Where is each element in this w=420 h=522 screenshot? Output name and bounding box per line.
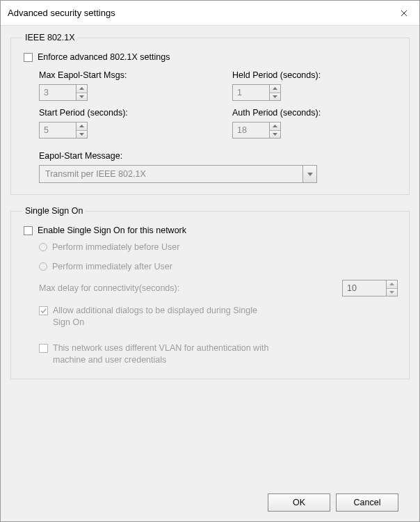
sso-legend: Single Sign On (22, 206, 86, 216)
auth-period-spinner[interactable]: 18 (232, 122, 281, 139)
chevron-up-icon (79, 87, 84, 90)
content-area: IEEE 802.1X Enforce advanced 802.1X sett… (1, 26, 419, 521)
ieee-groupbox: IEEE 802.1X Enforce advanced 802.1X sett… (10, 33, 410, 195)
chevron-up-icon (79, 125, 84, 127)
check-icon (40, 308, 47, 314)
held-period-spin-buttons[interactable] (269, 84, 281, 101)
sso-after-label: Perform immediately after User (52, 262, 172, 271)
ieee-field-grid: Max Eapol-Start Msgs: 3 Held Period (sec… (39, 70, 398, 139)
combo-dropdown-button[interactable] (302, 166, 316, 182)
spin-up-button[interactable] (270, 85, 280, 93)
chevron-down-icon (273, 95, 277, 98)
enable-sso-row[interactable]: Enable Single Sign On for this network (24, 226, 398, 235)
enforce-advanced-checkbox[interactable] (24, 53, 33, 62)
held-period-label: Held Period (seconds): (232, 70, 398, 80)
chevron-down-icon (389, 291, 394, 294)
auth-period-field: Auth Period (seconds): 18 (232, 108, 398, 139)
eapol-msg-label: Eapol-Start Message: (39, 151, 398, 161)
enforce-advanced-row[interactable]: Enforce advanced 802.1X settings (24, 52, 398, 62)
chevron-up-icon (273, 125, 277, 127)
sso-maxdelay-label: Max delay for connectivity(seconds): (39, 283, 179, 293)
max-eapol-input[interactable]: 3 (39, 84, 76, 101)
ok-button[interactable]: OK (268, 493, 330, 512)
allow-dialogs-checkbox (39, 306, 48, 315)
allow-dialogs-label: Allow additional dialogs to be displayed… (53, 305, 275, 329)
spin-up-button[interactable] (76, 122, 87, 131)
spin-down-button (387, 289, 397, 296)
close-icon (401, 10, 407, 17)
diff-vlan-label: This network uses different VLAN for aut… (53, 342, 275, 366)
spin-down-button[interactable] (76, 131, 87, 139)
eapol-msg-value: Transmit per IEEE 802.1X (40, 169, 302, 179)
button-row: OK Cancel (10, 484, 410, 512)
spin-up-button[interactable] (270, 122, 280, 131)
held-period-spinner[interactable]: 1 (232, 84, 281, 101)
sso-body: Perform immediately before User Perform … (39, 241, 398, 367)
max-eapol-label: Max Eapol-Start Msgs: (39, 70, 204, 80)
held-period-input[interactable]: 1 (232, 84, 269, 101)
eapol-msg-combo[interactable]: Transmit per IEEE 802.1X (39, 165, 317, 183)
start-period-field: Start Period (seconds): 5 (39, 108, 204, 139)
max-eapol-spinner[interactable]: 3 (39, 84, 88, 101)
start-period-input[interactable]: 5 (39, 122, 76, 139)
enable-sso-label: Enable Single Sign On for this network (38, 226, 186, 235)
eapol-msg-section: Eapol-Start Message: (39, 151, 398, 161)
window-title: Advanced security settings (8, 8, 115, 18)
sso-after-radio (39, 262, 47, 271)
max-eapol-spin-buttons[interactable] (76, 84, 88, 101)
sso-maxdelay-spin-buttons (386, 280, 398, 296)
sso-before-radio (39, 243, 47, 251)
start-period-spin-buttons[interactable] (76, 122, 88, 139)
sso-groupbox: Single Sign On Enable Single Sign On for… (10, 206, 410, 379)
sso-maxdelay-input: 10 (342, 280, 386, 296)
enable-sso-checkbox[interactable] (24, 226, 33, 235)
chevron-down-icon (307, 173, 313, 176)
dialog-window: Advanced security settings IEEE 802.1X E… (0, 0, 420, 522)
sso-before-label: Perform immediately before User (52, 242, 179, 252)
chevron-up-icon (389, 283, 394, 285)
sso-before-row: Perform immediately before User (39, 242, 398, 252)
auth-period-input[interactable]: 18 (232, 122, 269, 139)
chevron-down-icon (273, 133, 277, 136)
allow-dialogs-row: Allow additional dialogs to be displayed… (39, 305, 398, 329)
start-period-label: Start Period (seconds): (39, 108, 204, 118)
spin-down-button[interactable] (76, 93, 87, 101)
chevron-up-icon (273, 87, 277, 90)
spin-up-button (387, 280, 397, 289)
chevron-down-icon (79, 133, 84, 136)
auth-period-label: Auth Period (seconds): (232, 108, 398, 118)
titlebar: Advanced security settings (1, 1, 419, 26)
cancel-button[interactable]: Cancel (336, 493, 398, 512)
max-eapol-field: Max Eapol-Start Msgs: 3 (39, 70, 204, 101)
diff-vlan-checkbox (39, 344, 48, 353)
sso-maxdelay-spinner: 10 (342, 280, 398, 296)
close-button[interactable] (388, 1, 419, 26)
spin-down-button[interactable] (270, 131, 280, 139)
spin-down-button[interactable] (270, 93, 280, 101)
auth-period-spin-buttons[interactable] (269, 122, 281, 139)
start-period-spinner[interactable]: 5 (39, 122, 88, 139)
enforce-advanced-label: Enforce advanced 802.1X settings (38, 52, 170, 62)
chevron-down-icon (79, 95, 84, 98)
spin-up-button[interactable] (76, 85, 87, 93)
diff-vlan-row: This network uses different VLAN for aut… (39, 342, 398, 366)
ieee-legend: IEEE 802.1X (22, 33, 78, 42)
sso-maxdelay-row: Max delay for connectivity(seconds): 10 (39, 280, 398, 296)
held-period-field: Held Period (seconds): 1 (232, 70, 398, 101)
sso-after-row: Perform immediately after User (39, 262, 398, 271)
